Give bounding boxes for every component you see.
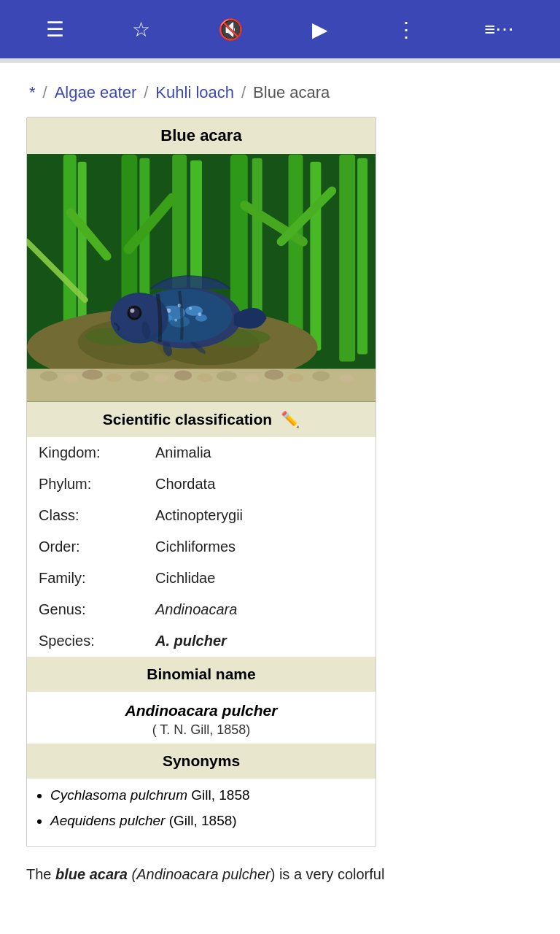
species-label: Species: [27,625,144,657]
breadcrumb: * / Algae eater / Kuhli loach / Blue aca… [0,63,560,117]
svg-rect-13 [339,155,355,362]
svg-point-36 [245,374,260,382]
synonyms-header: Synonyms [27,744,376,779]
svg-point-37 [265,369,284,379]
breadcrumb-sep-3: / [241,83,246,102]
info-card: Blue acara [26,117,376,847]
desc-text-start: The [26,866,55,882]
breadcrumb-link-kuhli-loach[interactable]: Kuhli loach [155,83,234,102]
svg-point-39 [312,371,330,381]
table-row: Kingdom: Animalia [27,437,376,468]
genus-label: Genus: [27,594,144,625]
main-content: Blue acara [0,117,560,914]
card-title: Blue acara [27,117,376,154]
svg-point-46 [195,314,207,322]
sci-class-label: Scientific classification [103,411,272,428]
table-row: Class: Actinopterygii [27,500,376,531]
synonym-1-normal: Gill, 1858 [187,787,250,803]
svg-point-32 [154,374,168,382]
star-icon[interactable]: ☆ [125,10,158,49]
svg-point-30 [106,373,122,382]
svg-point-28 [63,374,78,382]
svg-point-47 [169,316,190,328]
svg-point-50 [189,307,192,310]
fish-image [27,154,376,402]
class-value: Actinopterygii [144,500,376,531]
synonym-2-italic: Aequidens pulcher [50,813,165,828]
svg-point-31 [130,371,149,381]
synonym-1-italic: Cychlasoma pulchrum [50,787,187,803]
share-icon[interactable]: ⋮ [389,10,424,49]
synonym-2-normal: (Gill, 1858) [165,813,236,828]
table-row: Order: Cichliformes [27,531,376,563]
list-item: Aequidens pulcher (Gill, 1858) [50,811,364,831]
breadcrumb-current: Blue acara [253,83,330,102]
navbar: ☰ ☆ 🔇 ▶ ⋮ ≡︎⋯ [0,0,560,58]
pencil-icon[interactable]: ✏️ [281,411,300,428]
desc-text-end: ) is a very colorful [271,866,385,882]
svg-point-38 [288,373,304,382]
svg-point-57 [130,309,134,313]
binomial-header: Binomial name [27,657,376,692]
svg-point-35 [217,371,237,381]
synonyms-list: Cychlasoma pulchrum Gill, 1858 Aequidens… [27,779,376,846]
breadcrumb-sep-1: / [43,83,47,102]
svg-point-27 [40,371,58,381]
hamburger-icon[interactable]: ☰ [39,10,71,49]
mute-icon[interactable]: 🔇 [211,10,251,49]
table-row: Species: A. pulcher [27,625,376,657]
table-row: Phylum: Chordata [27,468,376,500]
svg-point-29 [82,369,103,379]
species-value: A. pulcher [144,625,376,657]
breadcrumb-link-algae-eater[interactable]: Algae eater [55,83,137,102]
family-value: Cichlidae [144,563,376,594]
desc-italic-sci: (Andinoacara pulcher [128,866,271,882]
kingdom-label: Kingdom: [27,437,144,468]
breadcrumb-star[interactable]: * [29,83,36,102]
genus-value: Andinoacara [144,594,376,625]
description-paragraph: The blue acara (Andinoacara pulcher) is … [26,853,534,885]
table-row: Genus: Andinoacara [27,594,376,625]
binomial-author: ( T. N. Gill, 1858) [39,722,364,738]
binomial-body: Andinoacara pulcher ( T. N. Gill, 1858) [27,692,376,744]
menu-icon[interactable]: ≡︎⋯ [477,11,521,48]
binomial-name: Andinoacara pulcher [39,702,364,719]
svg-point-40 [339,374,354,382]
svg-point-33 [174,370,192,380]
list-item: Cychlasoma pulchrum Gill, 1858 [50,786,364,806]
order-label: Order: [27,531,144,563]
desc-bold-italic: blue acara [55,866,128,882]
table-row: Family: Cichlidae [27,563,376,594]
play-icon[interactable]: ▶ [305,10,335,49]
svg-rect-14 [357,158,368,355]
phylum-value: Chordata [144,468,376,500]
order-value: Cichliformes [144,531,376,563]
breadcrumb-sep-2: / [144,83,148,102]
family-label: Family: [27,563,144,594]
sci-class-header: Scientific classification ✏️ [27,402,376,437]
svg-point-51 [198,312,202,316]
kingdom-value: Animalia [144,437,376,468]
phylum-label: Phylum: [27,468,144,500]
classification-table: Kingdom: Animalia Phylum: Chordata Class… [27,437,376,657]
svg-point-34 [197,373,213,382]
svg-rect-12 [310,162,321,351]
svg-point-52 [174,319,177,322]
class-label: Class: [27,500,144,531]
